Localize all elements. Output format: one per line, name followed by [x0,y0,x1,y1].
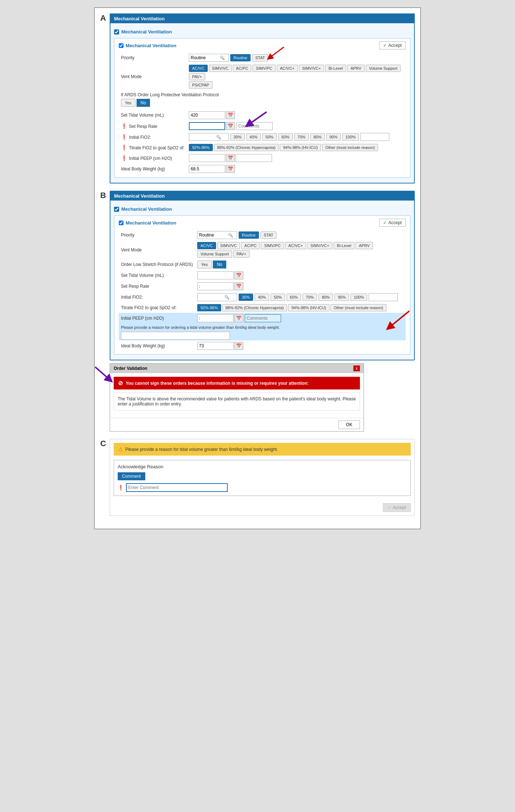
section-c-label: C [100,439,106,448]
peep-other-a[interactable] [236,154,272,162]
resp-cal-btn-a[interactable]: 📅 [226,122,235,130]
vent-mode-volsup-a[interactable]: Volume Support [366,65,401,72]
fio2-50-a[interactable]: 50% [262,133,277,141]
vent-mode-acvcplus-a[interactable]: AC/VC+ [277,65,298,72]
vent-mode-simvpc-a[interactable]: SIMV/PC [252,65,275,72]
vent-mode-simvvcplus-b[interactable]: SIMV/VC+ [307,242,333,249]
titrate-9296-b[interactable]: 92%-96% [197,304,221,311]
fio2-100-a[interactable]: 100% [342,133,359,141]
req-icon-resp-a: ❗ [121,123,127,129]
ok-button[interactable]: OK [338,420,360,429]
vent-mode-acvc-a[interactable]: AC/VC [189,65,208,72]
stat-btn-b[interactable]: STAT [260,231,276,239]
fio2-70-b[interactable]: 70% [303,294,317,301]
vent-mode-pscpap-a[interactable]: PS/CPAP [189,81,212,89]
fio2-100-b[interactable]: 100% [350,294,367,301]
fio2-40-a[interactable]: 40% [246,133,261,141]
peep-cal-b[interactable]: 📅 [234,314,243,322]
accept-button-b[interactable]: ✓ Accept [379,219,406,227]
fio2-other-b[interactable] [369,293,398,301]
comment-button-c[interactable]: Comment [118,472,145,480]
routine-btn-a[interactable]: Routine [230,54,251,61]
ards-no-b[interactable]: No [213,260,226,268]
titrate-9296-a[interactable]: 92%-96% [189,144,213,151]
peep-input-b[interactable] [197,314,234,322]
peep-comments-b[interactable] [245,314,281,322]
ards-yes-a[interactable]: Yes [121,99,135,107]
vent-mode-simvvcplus-a[interactable]: SIMV/VC+ [299,65,324,72]
fio2-60-a[interactable]: 60% [278,133,293,141]
fio2-search-b[interactable]: 🔍 [197,293,237,301]
fio2-30-b[interactable]: 30% [239,294,253,301]
dialog-close-btn[interactable]: x [353,365,360,371]
fio2-90-a[interactable]: 90% [326,133,341,141]
accept-button-a[interactable]: ✓ Accept [379,41,406,49]
comment-input-c[interactable] [126,483,228,492]
outer-checkbox-b[interactable] [114,207,119,212]
resp-cal-btn-b[interactable]: 📅 [234,282,243,290]
ibw-input-a[interactable] [189,165,225,173]
resp-rate-input-a[interactable] [189,122,225,130]
ards-yes-b[interactable]: Yes [197,260,212,268]
titrate-8892-a[interactable]: 88%-92% (Chronic Hypercapnia) [214,144,279,151]
fio2-40-b[interactable]: 40% [255,294,269,301]
titrate-other-b[interactable]: Other (must include reason) [331,304,386,311]
fio2-80-b[interactable]: 80% [319,294,333,301]
vent-mode-acvcplus-b[interactable]: AC/VC+ [285,242,306,249]
fio2-input-a[interactable] [191,134,216,140]
titrate-other-a[interactable]: Other (must include reason) [322,144,378,151]
titrate-9498-b[interactable]: 94%-98% (HV-ICU) [288,304,329,311]
vent-mode-pavplus-b[interactable]: PAV+ [233,250,250,258]
tidal-cal-btn-a[interactable]: 📅 [226,111,235,119]
fio2-search-a[interactable]: 🔍 [189,133,229,141]
inner-checkbox-b[interactable] [119,221,123,225]
priority-input-b[interactable] [199,233,228,238]
fio2-80-a[interactable]: 80% [310,133,325,141]
peep-cal-a[interactable]: 📅 [226,154,235,162]
fio2-70-a[interactable]: 70% [294,133,309,141]
fio2-50-b[interactable]: 50% [271,294,285,301]
routine-btn-b[interactable]: Routine [239,231,259,239]
titrate-8892-b[interactable]: 88%-92% (Chronic Hypercapnia) [222,304,287,311]
priority-input-a[interactable] [191,55,220,60]
acknowledge-section-c: Acknowledge Reason Comment ❗ [114,460,411,496]
section-c-footer: ✓ Accept [114,500,411,512]
vent-mode-bilevel-a[interactable]: Bi-Level [325,65,346,72]
resp-rate-input-b[interactable] [197,282,234,290]
vent-mode-simvvc-b[interactable]: SIMV/VC [217,242,240,249]
fio2-other-a[interactable] [360,133,389,141]
vent-mode-acpc-a[interactable]: AC/PC [233,65,252,72]
ibw-cal-b[interactable]: 📅 [234,342,243,350]
ibw-input-b[interactable] [197,342,234,350]
outer-checkbox-a[interactable] [114,29,119,35]
fio2-30-a[interactable]: 30% [230,133,245,141]
fio2-input-b[interactable] [199,295,224,300]
accept-check-icon-b: ✓ [383,220,387,225]
ibw-cal-a[interactable]: 📅 [226,165,235,173]
fio2-60-b[interactable]: 60% [287,294,301,301]
vent-mode-simvpc-b[interactable]: SIMV/PC [261,242,284,249]
inner-checkbox-a[interactable] [119,43,123,48]
vent-mode-acpc-b[interactable]: AC/PC [241,242,260,249]
vent-mode-aprv-a[interactable]: APRV [347,65,365,72]
ards-no-a[interactable]: No [137,99,150,107]
tidal-volume-input-b[interactable] [197,271,234,279]
reason-input-b[interactable] [121,332,230,340]
titrate-9498-a[interactable]: 94%-98% (HV-ICU) [280,144,321,151]
tidal-cal-btn-b[interactable]: 📅 [234,271,243,279]
vent-mode-bilevel-b[interactable]: Bi-Level [333,242,354,249]
fio2-90-b[interactable]: 90% [334,294,349,301]
search-icon-fio2-a: 🔍 [216,135,221,140]
peep-input-a[interactable] [189,154,225,162]
priority-search-a[interactable]: 🔍 [189,54,229,62]
priority-search-b[interactable]: 🔍 [197,231,237,239]
tidal-volume-input-a[interactable] [189,111,225,119]
vent-mode-pavplus-a[interactable]: PAV+ [189,73,205,80]
vent-mode-aprv-b[interactable]: APRV [356,242,373,249]
accept-check-icon-a: ✓ [383,43,387,48]
vent-mode-acvc-b[interactable]: AC/VC [197,242,216,249]
vent-mode-simvvc-a[interactable]: SIMV/VC [209,65,232,72]
warning-banner-c: ⚠ Please provide a reason for tidal volu… [114,443,411,456]
titrate-label-a: ❗ Titrate FiO2 to goal SpO2 of: [119,142,187,153]
vent-mode-volsup-b[interactable]: Volume Support [197,250,232,258]
